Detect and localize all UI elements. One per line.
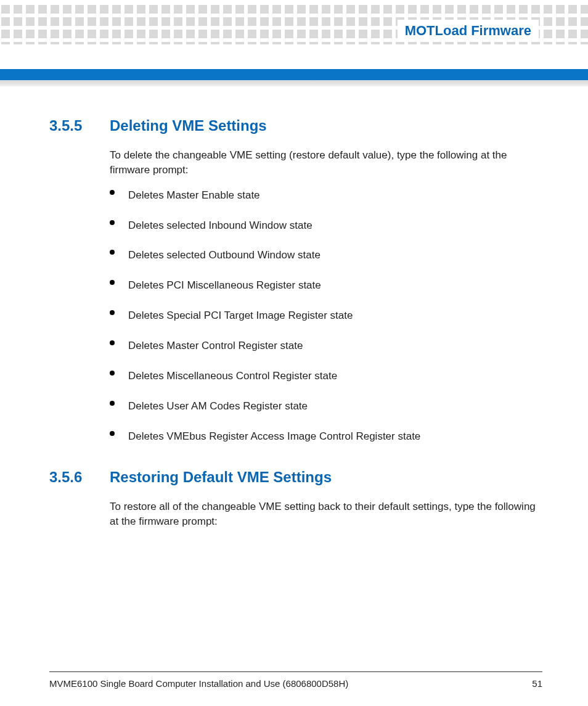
list-item: Deletes Special PCI Target Image Registe… bbox=[110, 309, 542, 323]
section-intro: To restore all of the changeable VME set… bbox=[110, 499, 542, 529]
section-heading: 3.5.5 Deleting VME Settings bbox=[49, 117, 542, 134]
list-item: Deletes selected Inbound Window state bbox=[110, 219, 542, 233]
list-item: Deletes Master Enable state bbox=[110, 189, 542, 203]
header-title: MOTLoad Firmware bbox=[405, 23, 531, 39]
list-item-text: Deletes selected Inbound Window state bbox=[128, 219, 542, 233]
footer: MVME6100 Single Board Computer Installat… bbox=[49, 671, 542, 689]
list-item: Deletes VMEbus Register Access Image Con… bbox=[110, 430, 542, 444]
section-title: Deleting VME Settings bbox=[110, 117, 267, 134]
section-number: 3.5.5 bbox=[49, 117, 92, 134]
list-item-text: Deletes Master Control Register state bbox=[128, 339, 542, 353]
header-gray-under bbox=[0, 80, 588, 86]
page: MOTLoad Firmware 3.5.5 Deleting VME Sett… bbox=[0, 0, 588, 706]
list-item-text: Deletes VMEbus Register Access Image Con… bbox=[128, 430, 542, 444]
footer-doc-title: MVME6100 Single Board Computer Installat… bbox=[49, 678, 348, 689]
section-heading: 3.5.6 Restoring Default VME Settings bbox=[49, 469, 542, 486]
section-intro: To delete the changeable VME setting (re… bbox=[110, 148, 542, 178]
list-item-text: Deletes Special PCI Target Image Registe… bbox=[128, 309, 542, 323]
list-item-text: Deletes Miscellaneous Control Register s… bbox=[128, 369, 542, 384]
header-blue-bar bbox=[0, 69, 588, 80]
section-3-5-6: 3.5.6 Restoring Default VME Settings To … bbox=[49, 469, 542, 529]
list-item: Deletes PCI Miscellaneous Register state bbox=[110, 279, 542, 293]
list-item: Deletes selected Outbound Window state bbox=[110, 248, 542, 263]
header-title-wrap: MOTLoad Firmware bbox=[398, 20, 539, 42]
section-title: Restoring Default VME Settings bbox=[110, 469, 332, 486]
list-item-text: Deletes selected Outbound Window state bbox=[128, 248, 542, 263]
list-item: Deletes Master Control Register state bbox=[110, 339, 542, 353]
list-item-text: Deletes PCI Miscellaneous Register state bbox=[128, 279, 542, 293]
list-item: Deletes User AM Codes Register state bbox=[110, 400, 542, 414]
section-3-5-5: 3.5.5 Deleting VME Settings To delete th… bbox=[49, 117, 542, 444]
list-item: Deletes Miscellaneous Control Register s… bbox=[110, 369, 542, 384]
content-area: 3.5.5 Deleting VME Settings To delete th… bbox=[49, 117, 542, 554]
list-item-text: Deletes Master Enable state bbox=[128, 189, 542, 203]
footer-page-number: 51 bbox=[532, 678, 542, 689]
list-item-text: Deletes User AM Codes Register state bbox=[128, 400, 542, 414]
section-number: 3.5.6 bbox=[49, 469, 92, 486]
bullet-list: Deletes Master Enable state Deletes sele… bbox=[110, 189, 542, 444]
